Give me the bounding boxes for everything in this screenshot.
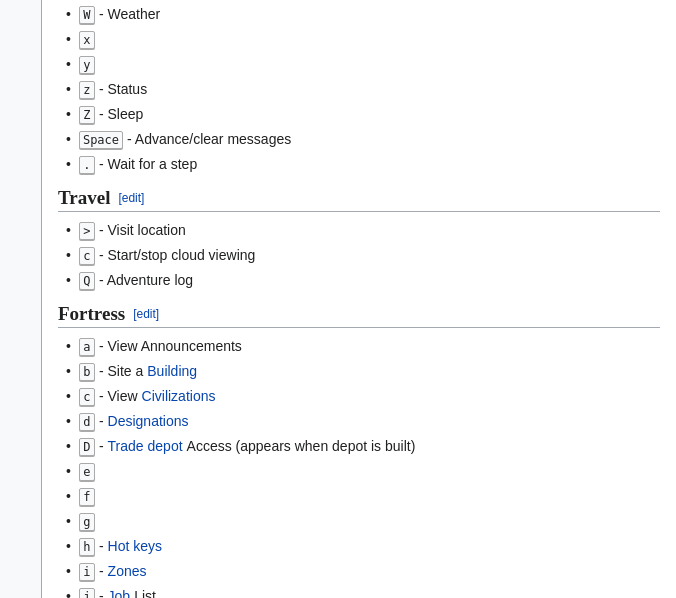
key-y: y	[79, 56, 95, 74]
key-f: f	[79, 488, 95, 506]
trade-depot-link[interactable]: Trade depot	[108, 436, 183, 457]
list-item: c - View Civilizations	[58, 386, 660, 407]
item-text-after: List	[134, 586, 156, 598]
key-x: x	[79, 31, 95, 49]
key-z-upper: Z	[79, 106, 95, 124]
list-item: g	[58, 511, 660, 532]
item-text: - View Announcements	[99, 336, 242, 357]
list-item: f	[58, 486, 660, 507]
job-link[interactable]: Job	[108, 586, 131, 598]
key-dot: .	[79, 156, 95, 174]
fortress-edit-link[interactable]: [edit]	[133, 307, 159, 321]
list-item: > - Visit location	[58, 220, 660, 241]
item-text: -	[99, 536, 104, 557]
list-item: j - Job List	[58, 586, 660, 598]
misc-list: W - Weather x y z - Status Z - Sleep	[58, 4, 660, 175]
fortress-list: a - View Announcements b - Site a Buildi…	[58, 336, 660, 598]
main-content: W - Weather x y z - Status Z - Sleep	[42, 0, 676, 598]
key-c-travel: c	[79, 247, 95, 265]
list-item: Space - Advance/clear messages	[58, 129, 660, 150]
page-container: W - Weather x y z - Status Z - Sleep	[0, 0, 676, 598]
key-gt: >	[79, 222, 95, 240]
key-h: h	[79, 538, 95, 556]
item-text: - Start/stop cloud viewing	[99, 245, 255, 266]
item-text: - Site a	[99, 361, 143, 382]
item-text: - Weather	[99, 4, 160, 25]
key-q: Q	[79, 272, 95, 290]
list-item: d - Designations	[58, 411, 660, 432]
list-item: Q - Adventure log	[58, 270, 660, 291]
item-text: - Visit location	[99, 220, 186, 241]
key-i: i	[79, 563, 95, 581]
list-item: W - Weather	[58, 4, 660, 25]
item-text: - Sleep	[99, 104, 143, 125]
travel-section: Travel [edit] > - Visit location c - Sta…	[58, 187, 660, 291]
travel-list: > - Visit location c - Start/stop cloud …	[58, 220, 660, 291]
item-text: -	[99, 436, 104, 457]
building-link[interactable]: Building	[147, 361, 197, 382]
key-w: W	[79, 6, 95, 24]
designations-link[interactable]: Designations	[108, 411, 189, 432]
item-text: -	[99, 411, 104, 432]
list-item: a - View Announcements	[58, 336, 660, 357]
hot-keys-link[interactable]: Hot keys	[108, 536, 162, 557]
item-text: - Adventure log	[99, 270, 193, 291]
list-item: z - Status	[58, 79, 660, 100]
list-item: D - Trade depot Access (appears when dep…	[58, 436, 660, 457]
list-item: Z - Sleep	[58, 104, 660, 125]
list-item: b - Site a Building	[58, 361, 660, 382]
key-j: j	[79, 588, 95, 599]
fortress-title: Fortress	[58, 303, 125, 325]
left-sidebar	[0, 0, 42, 598]
key-d-upper: D	[79, 438, 95, 456]
item-text: - Wait for a step	[99, 154, 197, 175]
key-c-fortress: c	[79, 388, 95, 406]
fortress-section: Fortress [edit] a - View Announcements b…	[58, 303, 660, 598]
key-z-lower: z	[79, 81, 95, 99]
key-a: a	[79, 338, 95, 356]
list-item: c - Start/stop cloud viewing	[58, 245, 660, 266]
item-text: - Status	[99, 79, 147, 100]
item-text: - View	[99, 386, 138, 407]
key-e: e	[79, 463, 95, 481]
list-item: i - Zones	[58, 561, 660, 582]
civilizations-link[interactable]: Civilizations	[142, 386, 216, 407]
list-item: h - Hot keys	[58, 536, 660, 557]
travel-header: Travel [edit]	[58, 187, 660, 212]
list-item: e	[58, 461, 660, 482]
item-text: - Advance/clear messages	[127, 129, 291, 150]
item-text: -	[99, 586, 104, 598]
zones-link[interactable]: Zones	[108, 561, 147, 582]
key-d-lower: d	[79, 413, 95, 431]
key-g: g	[79, 513, 95, 531]
travel-title: Travel	[58, 187, 110, 209]
misc-section: W - Weather x y z - Status Z - Sleep	[58, 4, 660, 175]
list-item: . - Wait for a step	[58, 154, 660, 175]
key-b: b	[79, 363, 95, 381]
travel-edit-link[interactable]: [edit]	[118, 191, 144, 205]
item-text-after: Access (appears when depot is built)	[187, 436, 416, 457]
list-item: x	[58, 29, 660, 50]
key-space: Space	[79, 131, 123, 149]
fortress-header: Fortress [edit]	[58, 303, 660, 328]
list-item: y	[58, 54, 660, 75]
item-text: -	[99, 561, 104, 582]
